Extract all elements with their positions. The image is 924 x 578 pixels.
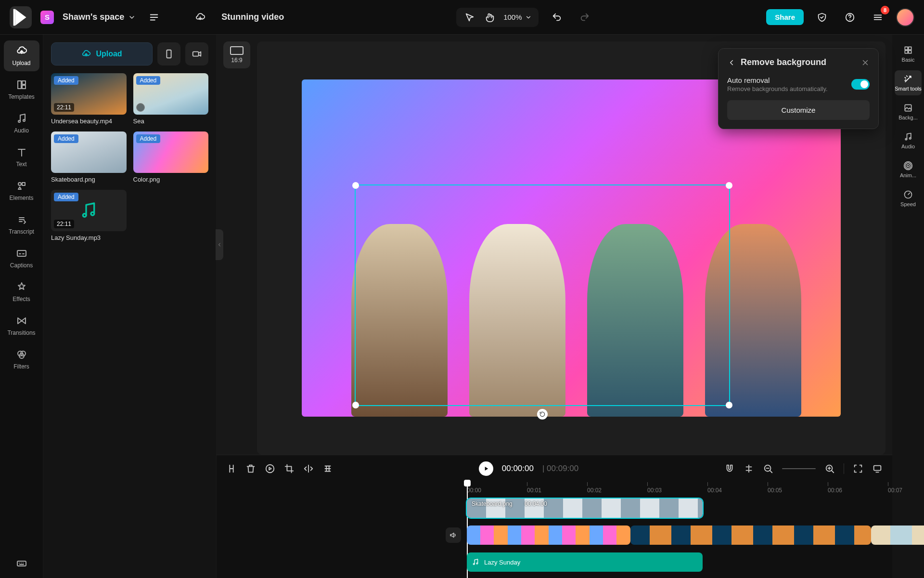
- media-item[interactable]: Added Skateboard.png: [51, 131, 127, 183]
- nav-transcript[interactable]: Transcript: [4, 209, 39, 240]
- rotate-handle[interactable]: [537, 409, 548, 420]
- space-name-dropdown[interactable]: Shawn's space: [63, 12, 136, 22]
- added-badge: Added: [136, 134, 161, 143]
- nav-transitions[interactable]: Transitions: [4, 310, 39, 341]
- track-mute-button[interactable]: [446, 527, 461, 543]
- timeline-clip-color[interactable]: [467, 525, 630, 545]
- close-button[interactable]: [861, 58, 870, 67]
- svg-rect-21: [874, 466, 881, 471]
- nav-templates[interactable]: Templates: [4, 74, 39, 105]
- project-title[interactable]: Stunning video: [221, 12, 284, 22]
- svg-point-17: [91, 212, 94, 215]
- share-button[interactable]: Share: [766, 9, 804, 25]
- cursor-tool-button[interactable]: [463, 11, 476, 24]
- elements-icon: [16, 180, 27, 192]
- zoom-out-button[interactable]: [763, 463, 773, 474]
- svg-point-6: [23, 119, 25, 121]
- align-button[interactable]: [744, 463, 754, 474]
- zoom-in-button[interactable]: [824, 463, 835, 474]
- svg-rect-14: [167, 50, 171, 58]
- freeze-button[interactable]: [322, 463, 333, 474]
- inspector-audio[interactable]: Audio: [895, 128, 922, 153]
- redo-button[interactable]: [575, 8, 594, 27]
- music-icon: [472, 558, 479, 566]
- animation-icon: [903, 161, 913, 171]
- auto-removal-label: Auto removal: [727, 76, 828, 84]
- customize-button[interactable]: Customize: [727, 100, 870, 120]
- undo-button[interactable]: [547, 8, 566, 27]
- duration-badge: 22:11: [54, 220, 74, 228]
- image-icon: [903, 103, 913, 113]
- inspector-animation[interactable]: Anim...: [895, 157, 922, 182]
- delete-button[interactable]: [245, 463, 256, 474]
- split-button[interactable]: [226, 463, 237, 474]
- mirror-button[interactable]: [303, 463, 314, 474]
- added-badge: Added: [54, 193, 78, 201]
- transcript-icon: [16, 214, 27, 225]
- notification-badge: 8: [881, 6, 889, 14]
- space-avatar[interactable]: S: [40, 11, 54, 24]
- zoom-slider[interactable]: [782, 468, 816, 469]
- canvas-preview[interactable]: Remove background Auto removal Remove ba…: [257, 41, 886, 455]
- help-button[interactable]: [840, 8, 860, 27]
- nav-captions[interactable]: Captions: [4, 243, 39, 274]
- queue-button[interactable]: 8: [868, 8, 887, 27]
- selection-box[interactable]: [355, 184, 730, 406]
- media-name: Color.png: [133, 176, 209, 183]
- inspector-smart-tools[interactable]: Smart tools: [895, 70, 922, 95]
- transitions-icon: [16, 315, 27, 327]
- duration-badge: 22:11: [54, 103, 74, 112]
- cloud-sync-icon[interactable]: [191, 8, 210, 27]
- inspector-speed[interactable]: Speed: [895, 186, 922, 211]
- user-avatar[interactable]: [896, 8, 914, 26]
- upload-button[interactable]: Upload: [51, 42, 153, 66]
- captions-icon: [16, 248, 27, 259]
- media-item[interactable]: Added Color.png: [133, 131, 209, 183]
- nav-text[interactable]: Text: [4, 142, 39, 172]
- resize-handle-bl[interactable]: [352, 402, 359, 408]
- resize-handle-br[interactable]: [726, 402, 732, 408]
- filters-icon: [16, 349, 27, 360]
- timeline-clip-sea[interactable]: [871, 525, 924, 545]
- media-item[interactable]: Added 22:11 Undersea beauty.mp4: [51, 73, 127, 125]
- speaker-icon: [449, 531, 458, 539]
- outline-toggle-button[interactable]: [144, 8, 164, 27]
- svg-rect-0: [13, 9, 15, 26]
- record-camera-button[interactable]: [185, 42, 208, 66]
- media-item[interactable]: Added Sea: [133, 73, 209, 125]
- inspector-basic[interactable]: Basic: [895, 41, 922, 66]
- media-item[interactable]: Added 22:11 Lazy Sunday.mp3: [51, 190, 127, 241]
- chevron-down-icon: [525, 14, 532, 21]
- fit-timeline-button[interactable]: [853, 463, 863, 474]
- shield-icon[interactable]: [812, 8, 832, 27]
- nav-effects[interactable]: Effects: [4, 276, 39, 307]
- auto-removal-toggle[interactable]: [851, 79, 870, 90]
- hand-tool-button[interactable]: [483, 11, 497, 24]
- nav-filters[interactable]: Filters: [4, 344, 39, 375]
- play-button[interactable]: [479, 461, 493, 476]
- nav-elements[interactable]: Elements: [4, 175, 39, 206]
- svg-point-30: [910, 138, 911, 139]
- inspector-background[interactable]: Backg...: [895, 99, 922, 124]
- preview-mode-button[interactable]: [872, 463, 883, 474]
- collapse-panel-handle[interactable]: [216, 229, 223, 260]
- nav-audio[interactable]: Audio: [4, 108, 39, 139]
- svg-point-7: [18, 183, 21, 185]
- timeline-clip-audio[interactable]: Lazy Sunday: [467, 552, 703, 572]
- back-button[interactable]: [727, 58, 736, 67]
- aspect-ratio-button[interactable]: 16:9: [223, 41, 250, 68]
- nav-keyboard[interactable]: [4, 555, 39, 572]
- resize-handle-tl[interactable]: [352, 182, 359, 189]
- svg-rect-24: [905, 47, 908, 50]
- reverse-button[interactable]: [265, 463, 275, 474]
- svg-point-18: [266, 465, 274, 473]
- crop-button[interactable]: [284, 463, 295, 474]
- timeline-clip-undersea[interactable]: [630, 525, 871, 545]
- magnet-button[interactable]: [724, 463, 735, 474]
- record-phone-button[interactable]: [157, 42, 180, 66]
- nav-upload[interactable]: Upload: [4, 40, 39, 71]
- timeline-clip-skateboard[interactable]: Skateboard.png 00:04:00: [467, 499, 703, 518]
- app-logo[interactable]: [10, 6, 32, 28]
- zoom-level-dropdown[interactable]: 100%: [503, 13, 531, 21]
- resize-handle-tr[interactable]: [726, 182, 732, 189]
